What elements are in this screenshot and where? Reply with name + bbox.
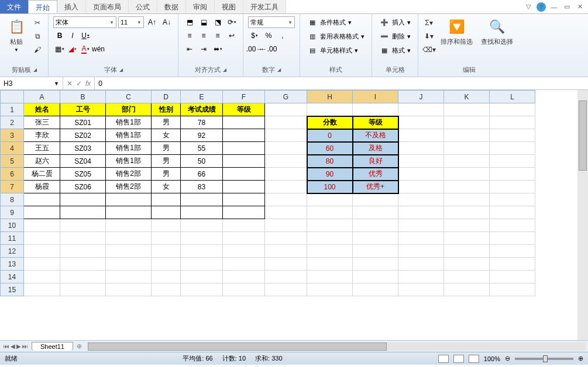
- cell-C1[interactable]: 部门: [106, 103, 152, 116]
- cell-E6[interactable]: 66: [181, 168, 223, 181]
- cell-B4[interactable]: SZ03: [60, 142, 106, 155]
- cell-C2[interactable]: 销售1部: [106, 116, 152, 129]
- row-header-5[interactable]: 5: [1, 155, 24, 168]
- orientation-button[interactable]: ⟳▾: [225, 16, 238, 28]
- cell-J11[interactable]: [398, 232, 444, 245]
- cell-E1[interactable]: 考试成绩: [181, 103, 223, 116]
- cell-B2[interactable]: SZ01: [60, 116, 106, 129]
- double-underline-button[interactable]: [92, 30, 105, 41]
- help-icon[interactable]: ?: [537, 2, 546, 12]
- merge-center-button[interactable]: ⬌▾: [211, 43, 224, 55]
- column-header-J[interactable]: J: [398, 91, 444, 103]
- cell-L12[interactable]: [490, 245, 535, 258]
- find-select-button[interactable]: 🔍 查找和选择: [479, 16, 515, 47]
- cell-E3[interactable]: 92: [181, 129, 223, 142]
- format-table-button[interactable]: ▥套用表格格式 ▾: [305, 30, 367, 42]
- cell-F3[interactable]: [223, 129, 265, 142]
- row-header-14[interactable]: 14: [1, 271, 24, 283]
- cell-D4[interactable]: 男: [152, 142, 181, 155]
- cell-B13[interactable]: [60, 258, 106, 271]
- decrease-decimal-button[interactable]: ←.00: [262, 43, 275, 55]
- align-top-button[interactable]: ⬒: [183, 16, 196, 28]
- cell-E11[interactable]: [181, 232, 223, 245]
- cell-J13[interactable]: [398, 258, 444, 271]
- wrap-text-button[interactable]: ↩: [225, 30, 238, 41]
- cell-K1[interactable]: [444, 103, 490, 116]
- cell-K5[interactable]: [444, 155, 490, 168]
- cell-J2[interactable]: [398, 116, 444, 129]
- cell-B15[interactable]: [60, 283, 106, 296]
- cell-F12[interactable]: [223, 245, 265, 258]
- cell-J8[interactable]: [398, 193, 444, 206]
- cell-C9[interactable]: [106, 206, 152, 219]
- tab-page-layout[interactable]: 页面布局: [86, 0, 129, 13]
- horizontal-scrollbar[interactable]: [88, 342, 586, 351]
- cell-L11[interactable]: [490, 232, 535, 245]
- cell-G8[interactable]: [265, 193, 307, 206]
- cell-I9[interactable]: [353, 206, 398, 219]
- cell-A7[interactable]: 杨霞: [24, 181, 60, 193]
- tab-home[interactable]: 开始: [28, 0, 57, 13]
- cell-F2[interactable]: [223, 116, 265, 129]
- format-painter-button[interactable]: 🖌: [32, 44, 43, 55]
- cell-C11[interactable]: [106, 232, 152, 245]
- cell-F7[interactable]: [223, 181, 265, 193]
- next-sheet-icon[interactable]: ▶: [16, 343, 21, 349]
- cell-G14[interactable]: [265, 271, 307, 283]
- last-sheet-icon[interactable]: ⏭: [22, 343, 28, 349]
- cell-H9[interactable]: [307, 206, 353, 219]
- align-right-button[interactable]: ≡: [211, 30, 224, 41]
- cell-G3[interactable]: [265, 129, 307, 142]
- cell-H8[interactable]: [307, 193, 353, 206]
- cell-L8[interactable]: [490, 193, 535, 206]
- cell-D15[interactable]: [152, 283, 181, 296]
- cell-G4[interactable]: [265, 142, 307, 155]
- cell-D13[interactable]: [152, 258, 181, 271]
- cell-J5[interactable]: [398, 155, 444, 168]
- cell-A13[interactable]: [24, 258, 60, 271]
- paste-button[interactable]: 📋 粘贴 ▼: [5, 16, 28, 54]
- cell-J12[interactable]: [398, 245, 444, 258]
- cell-F11[interactable]: [223, 232, 265, 245]
- cell-E9[interactable]: [181, 206, 223, 219]
- cell-J6[interactable]: [398, 168, 444, 181]
- cell-B12[interactable]: [60, 245, 106, 258]
- cell-K10[interactable]: [444, 219, 490, 232]
- cell-J7[interactable]: [398, 181, 444, 193]
- cell-G15[interactable]: [265, 283, 307, 296]
- column-header-D[interactable]: D: [152, 91, 181, 103]
- cell-J15[interactable]: [398, 283, 444, 296]
- cell-B1[interactable]: 工号: [60, 103, 106, 116]
- column-header-C[interactable]: C: [106, 91, 152, 103]
- cell-F15[interactable]: [223, 283, 265, 296]
- normal-view-button[interactable]: [438, 355, 449, 363]
- column-header-L[interactable]: L: [490, 91, 535, 103]
- row-header-3[interactable]: 3: [1, 129, 24, 142]
- cell-L10[interactable]: [490, 219, 535, 232]
- cell-D1[interactable]: 性别: [152, 103, 181, 116]
- column-header-B[interactable]: B: [60, 91, 106, 103]
- cell-G11[interactable]: [265, 232, 307, 245]
- cell-F8[interactable]: [223, 193, 265, 206]
- first-sheet-icon[interactable]: ⏮: [4, 343, 9, 349]
- cell-A14[interactable]: [24, 271, 60, 283]
- dialog-launcher-icon[interactable]: ◢: [33, 67, 37, 72]
- cell-C13[interactable]: [106, 258, 152, 271]
- cell-B9[interactable]: [60, 206, 106, 219]
- cell-C4[interactable]: 销售1部: [106, 142, 152, 155]
- cell-A1[interactable]: 姓名: [24, 103, 60, 116]
- cell-B6[interactable]: SZ05: [60, 168, 106, 181]
- cell-H12[interactable]: [307, 245, 353, 258]
- decrease-indent-button[interactable]: ⇤: [183, 43, 196, 55]
- cell-J3[interactable]: [398, 129, 444, 142]
- row-header-15[interactable]: 15: [1, 283, 24, 296]
- format-cells-button[interactable]: ▦格式 ▾: [377, 44, 413, 56]
- new-sheet-icon[interactable]: ⊕: [73, 342, 85, 350]
- zoom-out-button[interactable]: ⊖: [505, 355, 510, 362]
- cell-A9[interactable]: [24, 206, 60, 219]
- cell-K13[interactable]: [444, 258, 490, 271]
- column-header-K[interactable]: K: [444, 91, 490, 103]
- row-header-10[interactable]: 10: [1, 219, 24, 232]
- fill-color-button[interactable]: ◢▾: [66, 43, 79, 55]
- cell-C7[interactable]: 销售2部: [106, 181, 152, 193]
